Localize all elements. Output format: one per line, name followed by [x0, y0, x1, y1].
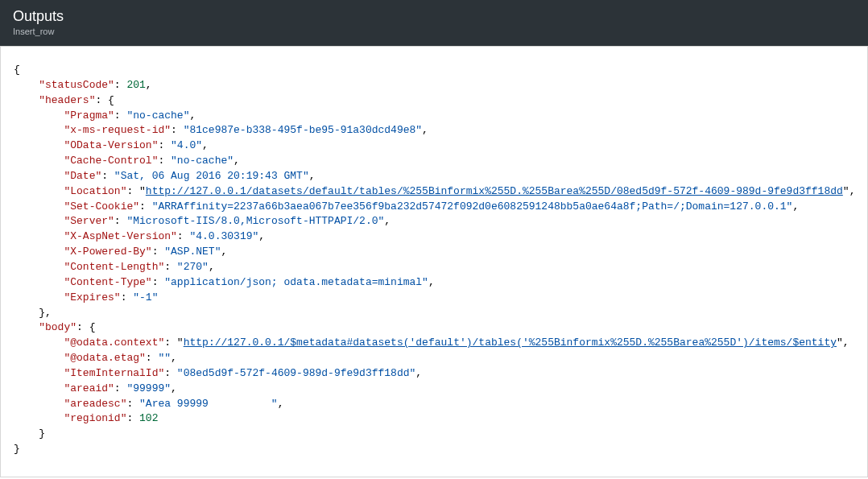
- outputs-header: Outputs Insert_row: [0, 0, 868, 46]
- page-title: Outputs: [13, 8, 855, 25]
- link-@odata.context[interactable]: http://127.0.0.1/$metadata#datasets('def…: [184, 337, 837, 349]
- link-Location[interactable]: http://127.0.0.1/datasets/default/tables…: [146, 185, 843, 197]
- json-output-panel: { "statusCode": 201, "headers": { "Pragm…: [0, 46, 868, 477]
- operation-subtitle: Insert_row: [13, 27, 855, 36]
